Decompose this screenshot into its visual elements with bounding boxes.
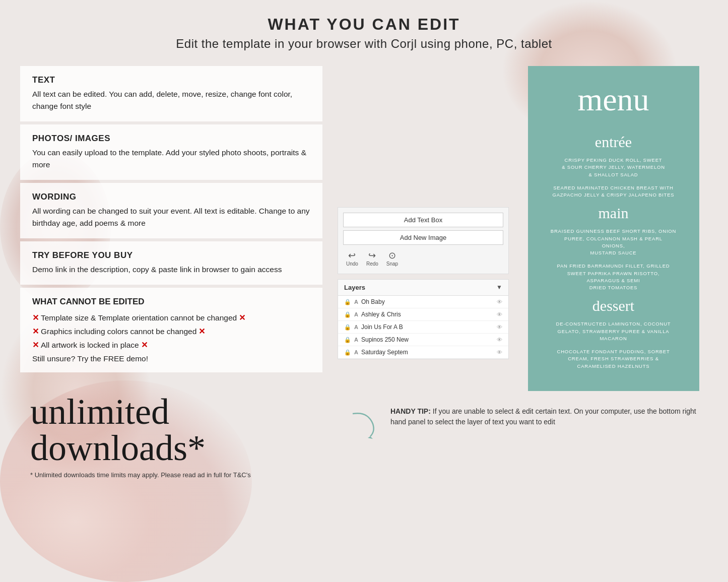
layer-name-2: Ashley & Chris — [361, 311, 494, 318]
redo-icon: ↪ — [368, 250, 376, 261]
redo-label: Redo — [366, 261, 378, 267]
layer-item-1[interactable]: 🔒 A Oh Baby 👁 — [338, 296, 508, 308]
cannot-item-3: ✕ All artwork is locked in place ✕ — [32, 338, 310, 352]
layer-name-1: Oh Baby — [361, 298, 494, 305]
layer-type-4: A — [354, 337, 358, 343]
redo-tool[interactable]: ↪ Redo — [366, 250, 378, 267]
layer-vis-icon-5: 👁 — [497, 349, 502, 355]
page-title: WHAT YOU CAN EDIT — [20, 15, 708, 34]
layers-header[interactable]: Layers ▼ — [338, 280, 508, 296]
layer-vis-icon-4: 👁 — [497, 337, 502, 343]
undo-icon: ↩ — [348, 250, 356, 261]
layers-title: Layers — [344, 284, 365, 291]
layer-item-3[interactable]: 🔒 A Join Us For A B 👁 — [338, 321, 508, 334]
x-icon-1: ✕ — [32, 311, 39, 325]
undo-tool[interactable]: ↩ Undo — [346, 250, 358, 267]
layer-lock-icon-5: 🔒 — [344, 349, 351, 356]
entree-item-2: SEARED MARINATED CHICKEN BREAST WITHGAZP… — [541, 184, 687, 199]
right-column: Add Text Box Add New Image ↩ Undo ↪ Redo — [338, 66, 708, 441]
snap-icon: ⊙ — [388, 250, 396, 261]
handy-tip: HANDY TIP: If you are unable to select &… — [338, 406, 708, 441]
layer-type-2: A — [354, 311, 358, 317]
asterisk-note: * Unlimited downloads time limits may ap… — [30, 471, 251, 479]
handy-tip-body: If you are unable to select & edit certa… — [390, 407, 696, 426]
layer-vis-icon-2: 👁 — [497, 311, 502, 317]
layer-lock-icon-3: 🔒 — [344, 324, 351, 331]
editor-toolbar: ↩ Undo ↪ Redo ⊙ Snap — [343, 248, 503, 269]
entree-item-1: CRISPY PEKING DUCK ROLL, SWEET& SOUR CHE… — [541, 157, 687, 178]
layer-lock-icon-1: 🔒 — [344, 299, 351, 305]
try-before-title: TRY BEFORE YOU BUY — [32, 250, 310, 261]
photos-section-title: PHOTOS/ IMAGES — [32, 134, 310, 144]
try-before-section: TRY BEFORE YOU BUY Demo link in the desc… — [20, 241, 322, 285]
page-subtitle: Edit the template in your browser with C… — [20, 37, 708, 51]
left-column: TEXT All text can be edited. You can add… — [20, 66, 322, 481]
svg-marker-0 — [368, 436, 373, 439]
wording-section-title: WORDING — [32, 192, 310, 202]
menu-card: menu entrée CRISPY PEKING DUCK ROLL, SWE… — [528, 66, 699, 391]
layers-panel: Layers ▼ 🔒 A Oh Baby 👁 🔒 A Ashley — [338, 279, 509, 359]
layer-type-3: A — [354, 324, 358, 330]
x-icon-3b: ✕ — [141, 338, 148, 352]
layer-lock-icon-4: 🔒 — [344, 337, 351, 343]
layers-chevron-icon: ▼ — [496, 284, 502, 291]
main-item-1: BRAISED GUINNESS BEEF SHORT RIBS, ONIONP… — [541, 228, 687, 256]
snap-tool[interactable]: ⊙ Snap — [386, 250, 398, 267]
editor-ui: Add Text Box Add New Image ↩ Undo ↪ Redo — [338, 207, 509, 274]
main-title: main — [541, 205, 687, 222]
try-before-body: Demo link in the description, copy & pas… — [32, 264, 310, 276]
cannot-edit-section: WHAT CANNOT BE EDITED ✕ Template size & … — [20, 288, 322, 372]
unlimited-text: unlimited downloads* — [30, 394, 322, 466]
layer-item-2[interactable]: 🔒 A Ashley & Chris 👁 — [338, 308, 508, 321]
snap-label: Snap — [386, 261, 398, 267]
handy-tip-text: HANDY TIP: If you are unable to select &… — [390, 406, 708, 427]
layer-item-5[interactable]: 🔒 A Saturday Septem 👁 — [338, 346, 508, 359]
arrow-icon — [348, 409, 383, 441]
add-text-box-button[interactable]: Add Text Box — [343, 213, 503, 227]
photos-section-body: You can easily upload to the template. A… — [32, 147, 310, 171]
x-icon-3: ✕ — [32, 338, 39, 352]
entree-title: entrée — [541, 134, 687, 151]
add-new-image-button[interactable]: Add New Image — [343, 230, 503, 245]
cannot-edit-title: WHAT CANNOT BE EDITED — [32, 297, 310, 307]
dessert-title: dessert — [541, 297, 687, 314]
layer-vis-icon-3: 👁 — [497, 324, 502, 330]
dessert-item-1: DE-CONSTRUCTED LAMINGTON, COCONUTGELATO,… — [541, 320, 687, 342]
layer-name-5: Saturday Septem — [361, 349, 494, 356]
free-demo-text: Still unsure? Try the FREE demo! — [32, 354, 310, 363]
unlimited-section: unlimited downloads* * Unlimited downloa… — [20, 380, 322, 481]
layer-name-4: Supinos 250 New — [361, 336, 494, 343]
layer-type-1: A — [354, 299, 358, 305]
layer-vis-icon-1: 👁 — [497, 299, 502, 305]
layer-name-3: Join Us For A B — [361, 324, 494, 331]
x-icon-2b: ✕ — [198, 325, 205, 338]
wording-section: WORDING All wording can be changed to su… — [20, 183, 322, 238]
undo-label: Undo — [346, 261, 358, 267]
wording-section-body: All wording can be changed to suit your … — [32, 205, 310, 229]
cannot-item-1: ✕ Template size & Template orientation c… — [32, 311, 310, 325]
page-header: WHAT YOU CAN EDIT Edit the template in y… — [20, 15, 708, 51]
dessert-item-2: CHOCOLATE FONDANT PUDDING, SORBETCREAM, … — [541, 348, 687, 370]
text-section: TEXT All text can be edited. You can add… — [20, 66, 322, 121]
text-section-body: All text can be edited. You can add, del… — [32, 88, 310, 112]
handy-tip-label: HANDY TIP: — [390, 407, 431, 415]
menu-card-title: menu — [541, 81, 687, 118]
cannot-item-2: ✕ Graphics including colors cannot be ch… — [32, 325, 310, 338]
layer-lock-icon-2: 🔒 — [344, 311, 351, 318]
layer-type-5: A — [354, 349, 358, 355]
x-icon-2: ✕ — [32, 325, 39, 338]
main-item-2: PAN FRIED BARRAMUNDI FILLET, GRILLEDSWEE… — [541, 263, 687, 291]
layer-item-4[interactable]: 🔒 A Supinos 250 New 👁 — [338, 334, 508, 346]
x-icon-1b: ✕ — [239, 311, 245, 325]
photos-section: PHOTOS/ IMAGES You can easily upload to … — [20, 124, 322, 180]
text-section-title: TEXT — [32, 75, 310, 85]
